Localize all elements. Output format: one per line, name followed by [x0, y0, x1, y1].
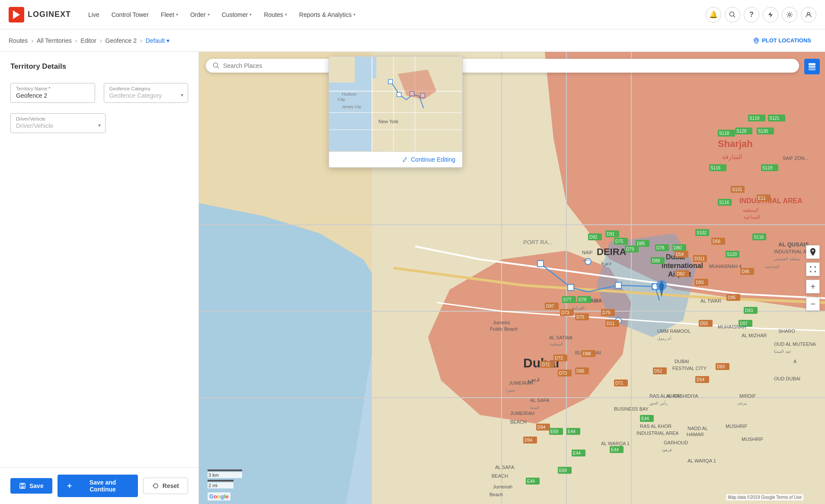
save-continue-button[interactable]: Save and Continue — [58, 475, 138, 497]
svg-rect-107 — [718, 130, 735, 137]
header: LOGINEXT Live Control Tower Fleet▾ Order… — [0, 0, 825, 29]
svg-rect-185 — [566, 428, 580, 435]
header-icons: 🔔 ? — [706, 7, 816, 22]
svg-text:D78: D78 — [656, 246, 665, 250]
map-background: DEIRA ديرة Dubai دبي Dubai International… — [199, 52, 825, 504]
geofence-category-select[interactable]: Geofence Category — [109, 92, 183, 99]
svg-text:OUD DUBAI: OUD DUBAI — [774, 376, 800, 381]
svg-text:BUR DUBAI: BUR DUBAI — [575, 350, 601, 355]
logo-area[interactable]: LOGINEXT — [9, 7, 71, 22]
svg-text:E44: E44 — [573, 451, 581, 456]
svg-text:SAIF ZON...: SAIF ZON... — [783, 156, 809, 161]
save-button[interactable]: Save — [10, 478, 52, 494]
flash-button[interactable] — [763, 7, 778, 22]
svg-rect-10 — [21, 486, 24, 488]
svg-text:D92: D92 — [589, 235, 598, 239]
map-area[interactable]: DEIRA ديرة Dubai دبي Dubai International… — [199, 52, 825, 504]
nav-live[interactable]: Live — [88, 11, 99, 18]
svg-text:MUSHRIF: MUSHRIF — [726, 424, 747, 429]
nav-fleet[interactable]: Fleet▾ — [161, 11, 178, 18]
svg-marker-13 — [153, 485, 154, 487]
territory-name-field[interactable]: Territory Name * — [10, 83, 95, 103]
search-button[interactable] — [725, 7, 740, 22]
nav-customer[interactable]: Customer▾ — [222, 11, 252, 18]
breadcrumb-routes[interactable]: Routes — [9, 37, 28, 44]
nav-control-tower[interactable]: Control Tower — [112, 11, 149, 18]
driver-vehicle-field[interactable]: Driver/Vehicle Driver/Vehicle ▾ — [10, 113, 106, 133]
svg-text:الشارقة: الشارقة — [722, 154, 742, 161]
reset-button[interactable]: Reset — [143, 478, 188, 494]
svg-text:D52: D52 — [654, 369, 662, 373]
map-layers-button[interactable] — [804, 59, 820, 74]
svg-rect-93 — [553, 354, 567, 361]
svg-text:S130: S130 — [758, 129, 768, 134]
svg-text:Jersey City: Jersey City — [342, 105, 361, 109]
svg-point-208 — [214, 63, 218, 67]
breadcrumb-sep-4: › — [140, 37, 142, 44]
svg-text:GARHOUD: GARHOUD — [664, 440, 688, 445]
svg-text:D311: D311 — [694, 256, 705, 261]
geofence-category-field[interactable]: Geofence Category Geofence Category ▾ — [104, 83, 189, 103]
required-indicator: * — [48, 86, 50, 91]
svg-rect-183 — [549, 428, 563, 435]
svg-text:S116: S116 — [710, 166, 721, 170]
user-button[interactable] — [801, 7, 816, 22]
nav-reports[interactable]: Reports & Analytics▾ — [299, 11, 355, 18]
breadcrumb-geofence2[interactable]: Geofence 2 — [106, 37, 137, 44]
svg-text:S121: S121 — [769, 116, 780, 121]
map-zoom-in-button[interactable]: + — [806, 280, 820, 293]
map-fullscreen-button[interactable] — [806, 262, 820, 276]
nav-order[interactable]: Order▾ — [190, 11, 210, 18]
svg-text:JUMEIRAH: JUMEIRAH — [510, 411, 534, 416]
svg-text:D97: D97 — [546, 304, 554, 309]
breadcrumb-current[interactable]: Default ▾ — [146, 37, 169, 44]
plot-locations-button[interactable]: PLOT LOCATIONS — [748, 35, 816, 46]
breadcrumb-editor[interactable]: Editor — [80, 37, 96, 44]
svg-text:D54: D54 — [697, 377, 705, 382]
territory-name-group: Territory Name * — [10, 83, 95, 103]
svg-point-7 — [755, 39, 758, 41]
customer-chevron: ▾ — [249, 12, 252, 17]
svg-text:D79: D79 — [626, 247, 634, 252]
map-search-box[interactable] — [206, 59, 799, 73]
nav-routes[interactable]: Routes▾ — [264, 11, 287, 18]
svg-text:New York: New York — [378, 119, 399, 124]
map-search-icon — [213, 62, 220, 69]
svg-text:E44: E44 — [641, 416, 649, 421]
help-button[interactable]: ? — [744, 7, 759, 22]
breadcrumb-territories[interactable]: All Territories — [37, 37, 72, 44]
map-zoom-out-button[interactable]: − — [806, 297, 820, 311]
svg-rect-123 — [752, 233, 766, 240]
svg-rect-95 — [540, 361, 554, 368]
notification-button[interactable]: 🔔 — [706, 7, 721, 22]
svg-rect-111 — [757, 128, 774, 134]
svg-text:INDUSTRIAL AREA: INDUSTRIAL AREA — [739, 197, 803, 204]
svg-text:DEIRA: DEIRA — [597, 246, 627, 257]
svg-rect-189 — [558, 467, 572, 474]
svg-rect-143 — [744, 307, 758, 314]
svg-text:MUSHRIF: MUSHRIF — [742, 437, 763, 442]
settings-button[interactable] — [782, 7, 797, 22]
geofence-category-label: Geofence Category — [109, 86, 183, 91]
form-row-2: Driver/Vehicle Driver/Vehicle ▾ — [10, 113, 188, 133]
svg-text:D77: D77 — [563, 297, 572, 302]
logo-text: LOGINEXT — [28, 10, 71, 19]
continue-editing-button[interactable]: Continue Editing — [329, 152, 462, 167]
svg-text:UMM RAMOOL: UMM RAMOOL — [657, 329, 691, 334]
driver-vehicle-select[interactable]: Driver/Vehicle — [16, 122, 100, 129]
svg-text:AL SATWA: AL SATWA — [549, 335, 573, 340]
svg-text:E11: E11 — [758, 196, 766, 201]
svg-text:NAIF: NAIF — [582, 250, 593, 255]
svg-rect-211 — [809, 66, 815, 68]
svg-text:D66: D66 — [576, 369, 585, 373]
svg-text:D62: D62 — [677, 271, 685, 276]
svg-text:JUMEIRAH: JUMEIRAH — [509, 380, 533, 386]
map-search-input[interactable] — [223, 62, 792, 69]
map-marker-button[interactable] — [806, 245, 820, 259]
svg-text:D93: D93 — [745, 308, 753, 313]
svg-text:S118: S118 — [719, 131, 729, 136]
territory-name-input[interactable] — [16, 92, 90, 99]
svg-rect-115 — [761, 164, 778, 171]
svg-text:International: International — [662, 262, 703, 269]
svg-text:D73: D73 — [561, 310, 569, 315]
